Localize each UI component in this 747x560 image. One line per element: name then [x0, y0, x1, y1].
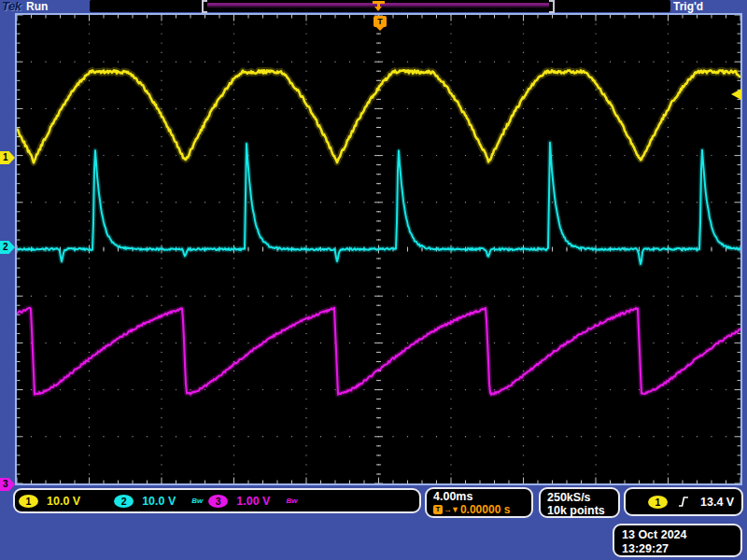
horizontal-readout[interactable]: 4.00ms T →▼ 0.00000 s [425, 487, 533, 518]
trigger-flag-label: T [377, 17, 383, 26]
trigger-delay-value: 0.00000 s [460, 503, 510, 516]
trigger-level: 13.4 V [700, 496, 734, 509]
ch3-bandwidth-limit-icon: Bw [286, 497, 297, 505]
trigger-position-marker-icon[interactable] [373, 0, 385, 11]
ch3-badge[interactable]: 3 [208, 495, 228, 508]
waveform-display [15, 13, 742, 485]
acquisition-readout[interactable]: 250kS/s 10k points [539, 487, 620, 518]
trigger-level-arrow[interactable] [731, 89, 741, 100]
ch2-badge[interactable]: 2 [114, 495, 134, 508]
rising-edge-icon [678, 496, 690, 508]
ch1-badge[interactable]: 1 [19, 495, 38, 508]
tek-logo: Tek [2, 0, 21, 13]
record-window-end-bracket [549, 0, 555, 13]
ch2-scale: 10.0 V [142, 495, 176, 508]
record-length: 10k points [547, 504, 618, 517]
ch1-scale: 10.0 V [47, 495, 80, 508]
trigger-source-badge[interactable]: 1 [648, 496, 668, 509]
trigger-delay-icon: T [433, 505, 443, 514]
trigger-status: Trig'd [673, 0, 703, 13]
ch1-position-marker[interactable]: 1 [0, 151, 15, 164]
trigger-down-arrow-icon [374, 7, 382, 11]
date-label: 13 Oct 2024 [622, 528, 740, 542]
ch2-marker-label: 2 [3, 242, 8, 252]
trigger-flag-arrow-icon [376, 27, 384, 31]
waveform-svg [17, 15, 740, 483]
ch2-bandwidth-limit-icon: Bw [191, 497, 203, 505]
channel-readouts[interactable]: 1 10.0 V 2 10.0 V Bw 3 1.00 V Bw [13, 488, 421, 513]
ch3-marker-label: 3 [3, 479, 8, 489]
trigger-point-flag[interactable]: T [374, 16, 387, 27]
acquisition-status[interactable]: Run [26, 0, 48, 13]
record-view-strip [90, 0, 670, 12]
trigger-readout[interactable]: 1 13.4 V [624, 487, 743, 516]
horizontal-scale: 4.00ms [433, 491, 531, 503]
sample-rate: 250kS/s [547, 491, 618, 504]
ch1-marker-label: 1 [3, 152, 8, 162]
ch2-position-marker[interactable]: 2 [0, 241, 15, 254]
oscilloscope-screen: Tek Run Trig'd T 1 2 3 1 10.0 V 2 10.0 V… [0, 0, 747, 560]
ch3-position-marker[interactable]: 3 [0, 478, 15, 491]
time-label: 13:29:27 [622, 542, 740, 556]
delay-arrows-icon: →▼ [444, 505, 458, 514]
datetime-readout: 13 Oct 2024 13:29:27 [613, 524, 742, 557]
ch3-scale: 1.00 V [236, 495, 270, 508]
